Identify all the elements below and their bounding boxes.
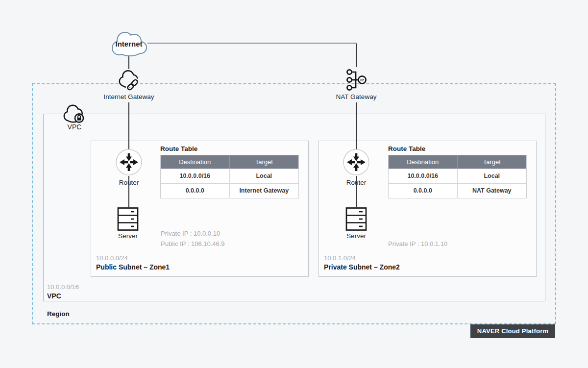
internet-gateway-icon — [118, 69, 140, 91]
public-subnet-name: Public Subnet – Zone1 — [96, 263, 170, 271]
server-label-private: Server — [346, 232, 366, 240]
public-subnet-cidr: 10.0.0.0/24 — [96, 254, 170, 262]
nat-gateway-icon: IP — [345, 67, 368, 93]
route-table-cell: NAT Gateway — [458, 183, 527, 198]
route-table-cell: 0.0.0.0 — [389, 183, 458, 198]
public-ip-line: Public IP : 106.10.46.9 — [161, 239, 225, 249]
private-subnet-name: Private Subnet – Zone2 — [324, 263, 400, 271]
private-ip-line: Private IP : 10.0.1.10 — [388, 239, 447, 249]
connector-down-to-nat-gateway — [356, 44, 357, 67]
route-table-header-target: Target — [458, 155, 527, 169]
nat-ip-text: IP — [360, 78, 364, 82]
private-subnet-caption: 10.0.1.0/24 Private Subnet – Zone2 — [324, 254, 400, 271]
internet-label: Internet — [107, 40, 151, 48]
server-label-public: Server — [118, 232, 138, 240]
public-subnet-caption: 10.0.0.0/24 Public Subnet – Zone1 — [96, 254, 170, 271]
route-table-header-destination: Destination — [161, 155, 230, 169]
server-ip-info-public: Private IP : 10.0.0.10 Public IP : 106.1… — [161, 228, 225, 249]
connector-nat-gateway-to-router — [356, 102, 357, 149]
naver-cloud-platform-badge: NAVER Cloud Platform — [470, 324, 555, 338]
vpc-name: VPC — [47, 292, 79, 300]
server-ip-info-private: Private IP : 10.0.1.10 — [388, 239, 447, 249]
internet-gateway-label: Internet Gateway — [104, 93, 154, 100]
route-table-cell: Local — [458, 169, 527, 183]
nat-gateway-label: NAT Gateway — [336, 93, 377, 100]
private-ip-line: Private IP : 10.0.0.10 — [161, 228, 225, 239]
route-table-title: Route Table — [388, 145, 527, 152]
connector-internet-to-nat — [147, 43, 357, 44]
router-icon-public — [115, 148, 143, 176]
connector-internet-gateway-to-router — [128, 102, 129, 149]
route-table-title: Route Table — [160, 145, 299, 152]
vpc-icon-label: VPC — [68, 123, 82, 131]
route-table-cell: Internet Gateway — [230, 183, 299, 198]
route-table-private: Route Table Destination Target 10.0.0.0/… — [388, 145, 527, 198]
router-label-public: Router — [119, 179, 139, 186]
region-label: Region — [47, 310, 70, 318]
network-diagram: Internet Internet Ga — [0, 0, 588, 368]
vpc-cidr: 10.0.0.0/16 — [47, 283, 79, 291]
private-subnet-cidr: 10.0.1.0/24 — [324, 254, 400, 262]
server-icon-public — [117, 207, 139, 231]
router-icon-private — [343, 148, 370, 176]
vpc-caption: 10.0.0.0/16 VPC — [47, 283, 79, 300]
route-table-header-target: Target — [230, 155, 299, 169]
route-table-cell: 10.0.0.0/16 — [161, 169, 230, 183]
route-table-cell: 0.0.0.0 — [161, 183, 230, 198]
vpc-icon — [62, 103, 87, 125]
route-table-cell: Local — [230, 169, 299, 183]
server-icon-private — [345, 207, 368, 231]
route-table-public: Route Table Destination Target 10.0.0.0/… — [160, 145, 299, 198]
route-table-header-destination: Destination — [389, 155, 458, 169]
route-table-cell: 10.0.0.0/16 — [389, 169, 458, 183]
router-label-private: Router — [346, 179, 367, 186]
